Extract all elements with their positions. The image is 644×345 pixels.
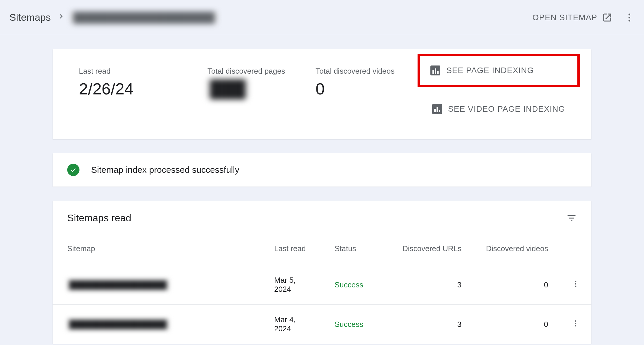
svg-point-2 [629,20,630,21]
cell-urls: 3 [384,265,470,305]
stat-label: Total discovered videos [316,67,403,76]
stats-card: Last read 2/26/24 Total discovered pages… [53,49,591,139]
col-status: Status [320,232,384,265]
col-actions [557,232,591,265]
cell-sitemap: ██████████████████ [53,305,259,344]
stat-value: ███ [207,79,248,98]
open-external-icon [602,12,612,23]
bar-chart-icon [430,65,440,75]
indexing-buttons: SEE PAGE INDEXING SEE VIDEO PAGE INDEXIN… [432,67,565,116]
see-video-indexing-button[interactable]: SEE VIDEO PAGE INDEXING [432,102,565,116]
sitemaps-table: Sitemap Last read Status Discovered URLs… [53,232,591,344]
cell-actions [557,265,591,305]
stat-pages: Total discovered pages ███ [207,67,286,98]
row-more-icon[interactable] [572,280,580,290]
col-last-read: Last read [259,232,320,265]
svg-point-3 [575,281,577,282]
status-card: Sitemap index processed successfully [53,153,591,187]
cell-videos: 0 [470,265,557,305]
header-actions: OPEN SITEMAP [532,12,635,23]
svg-point-0 [629,13,630,15]
col-sitemap: Sitemap [53,232,259,265]
table-header: Sitemaps read [53,201,591,232]
cell-last-read: Mar 5, 2024 [259,265,320,305]
stat-last-read: Last read 2/26/24 [79,67,178,98]
stat-value: 2/26/24 [79,79,178,98]
open-sitemap-button[interactable]: OPEN SITEMAP [532,12,612,23]
svg-point-6 [575,320,577,322]
bar-chart-icon [432,104,442,114]
see-video-indexing-label: SEE VIDEO PAGE INDEXING [448,104,565,114]
svg-point-7 [575,322,577,324]
page-header: Sitemaps ████████████████████ OPEN SITEM… [0,0,644,35]
status-message: Sitemap index processed successfully [91,165,239,175]
check-circle-icon [67,164,79,176]
see-page-indexing-button[interactable]: SEE PAGE INDEXING [420,56,577,85]
svg-point-4 [575,283,577,284]
content-area: Last read 2/26/24 Total discovered pages… [0,35,644,344]
svg-point-5 [575,285,577,287]
breadcrumb-current: ████████████████████ [71,12,217,23]
stat-value: 0 [316,79,403,98]
col-urls: Discovered URLs [384,232,470,265]
cell-actions [557,305,591,344]
col-videos: Discovered videos [470,232,557,265]
cell-last-read: Mar 4, 2024 [259,305,320,344]
svg-point-8 [575,325,577,326]
row-more-icon[interactable] [572,319,580,330]
cell-sitemap: ██████████████████ [53,265,259,305]
sitemaps-table-card: Sitemaps read Sitemap Last read Status D… [53,201,591,344]
cell-status: Success [320,265,384,305]
stat-videos: Total discovered videos 0 [316,67,403,98]
stat-label: Total discovered pages [207,67,286,76]
see-page-indexing-label: SEE PAGE INDEXING [446,66,534,75]
table-row[interactable]: ██████████████████ Mar 4, 2024 Success 3… [53,305,591,344]
table-row[interactable]: ██████████████████ Mar 5, 2024 Success 3… [53,265,591,305]
open-sitemap-label: OPEN SITEMAP [532,13,597,22]
breadcrumb-root[interactable]: Sitemaps [9,12,51,23]
filter-icon[interactable] [566,213,577,223]
cell-urls: 3 [384,305,470,344]
breadcrumb: Sitemaps ████████████████████ [9,12,532,23]
stat-label: Last read [79,67,178,76]
more-options-icon[interactable] [624,12,635,23]
svg-point-1 [629,17,630,18]
table-title: Sitemaps read [67,212,566,224]
cell-status: Success [320,305,384,344]
cell-videos: 0 [470,305,557,344]
chevron-right-icon [57,12,65,23]
